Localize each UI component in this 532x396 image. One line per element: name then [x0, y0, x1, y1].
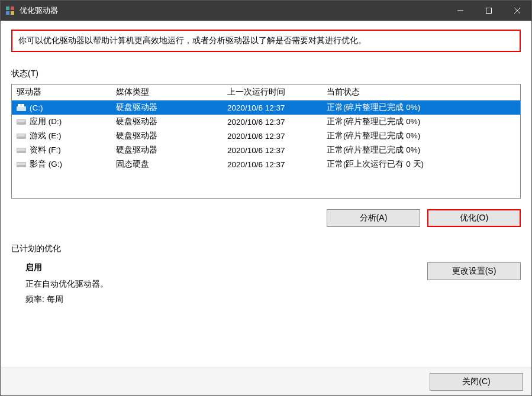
schedule-enabled-label: 启用 — [25, 262, 108, 273]
column-header-status[interactable]: 当前状态 — [322, 85, 520, 100]
drive-media: 硬盘驱动器 — [111, 115, 223, 128]
footer: 关闭(C) — [1, 368, 531, 395]
column-header-last-run[interactable]: 上一次运行时间 — [223, 85, 322, 100]
svg-point-19 — [24, 151, 25, 152]
window-title: 优化驱动器 — [20, 5, 446, 16]
schedule-section: 已计划的优化 启用 正在自动优化驱动器。 频率: 每周 更改设置(S) — [11, 244, 521, 310]
svg-rect-12 — [17, 120, 25, 122]
drive-status: 正常(距上次运行已有 0 天) — [322, 158, 520, 171]
action-buttons: 分析(A) 优化(O) — [11, 209, 521, 227]
drives-panel: 驱动器 媒体类型 上一次运行时间 当前状态 (C:)硬盘驱动器2020/10/6… — [11, 84, 521, 199]
drive-last-run: 2020/10/6 12:37 — [223, 131, 322, 142]
drive-media: 硬盘驱动器 — [111, 101, 223, 114]
column-header-media[interactable]: 媒体类型 — [111, 85, 223, 100]
drive-row[interactable]: (C:)硬盘驱动器2020/10/6 12:37正常(碎片整理已完成 0%) — [12, 100, 520, 115]
drive-last-run: 2020/10/6 12:37 — [223, 102, 322, 113]
window-controls — [446, 1, 531, 21]
schedule-status-text: 正在自动优化驱动器。 — [25, 279, 108, 290]
schedule-frequency-text: 频率: 每周 — [25, 294, 108, 305]
drive-status: 正常(碎片整理已完成 0%) — [322, 129, 520, 142]
close-dialog-button[interactable]: 关闭(C) — [430, 373, 523, 391]
minimize-button[interactable] — [446, 1, 475, 21]
drive-media: 硬盘驱动器 — [111, 144, 223, 157]
drives-list: (C:)硬盘驱动器2020/10/6 12:37正常(碎片整理已完成 0%)应用… — [12, 100, 520, 198]
drive-status: 正常(碎片整理已完成 0%) — [322, 115, 520, 128]
drive-row[interactable]: 应用 (D:)硬盘驱动器2020/10/6 12:37正常(碎片整理已完成 0%… — [12, 115, 520, 129]
schedule-title: 已计划的优化 — [11, 244, 521, 254]
svg-rect-0 — [6, 7, 9, 10]
svg-rect-3 — [11, 11, 14, 15]
svg-rect-9 — [18, 104, 21, 107]
maximize-button[interactable] — [475, 1, 503, 21]
analyze-button[interactable]: 分析(A) — [327, 209, 420, 227]
status-label: 状态(T) — [11, 69, 521, 79]
drive-name: 资料 (F:) — [30, 145, 61, 155]
svg-rect-18 — [17, 148, 25, 151]
drive-icon — [17, 161, 26, 168]
drive-last-run: 2020/10/6 12:37 — [223, 159, 322, 170]
optimize-drives-window: 优化驱动器 你可以优化驱动器以帮助计算机更高效地运行，或者分析驱动器以了解是否需… — [0, 0, 532, 396]
drive-last-run: 2020/10/6 12:37 — [223, 145, 322, 156]
content-area: 你可以优化驱动器以帮助计算机更高效地运行，或者分析驱动器以了解是否需要对其进行优… — [1, 21, 531, 368]
drive-row[interactable]: 游戏 (E:)硬盘驱动器2020/10/6 12:37正常(碎片整理已完成 0%… — [12, 129, 520, 143]
svg-rect-2 — [6, 11, 9, 15]
titlebar: 优化驱动器 — [1, 1, 531, 21]
drive-icon — [17, 118, 26, 125]
drive-icon — [17, 104, 26, 111]
svg-rect-10 — [21, 104, 24, 107]
svg-point-22 — [24, 165, 25, 167]
column-header-drive[interactable]: 驱动器 — [12, 85, 111, 100]
schedule-info: 启用 正在自动优化驱动器。 频率: 每周 — [11, 262, 108, 310]
svg-rect-15 — [17, 134, 25, 137]
svg-rect-5 — [486, 8, 492, 14]
change-settings-button[interactable]: 更改设置(S) — [427, 262, 521, 280]
drives-header: 驱动器 媒体类型 上一次运行时间 当前状态 — [12, 85, 520, 100]
drive-status: 正常(碎片整理已完成 0%) — [322, 144, 520, 157]
drive-row[interactable]: 影音 (G:)固态硬盘2020/10/6 12:37正常(距上次运行已有 0 天… — [12, 157, 520, 171]
drive-name: 应用 (D:) — [30, 116, 62, 127]
drive-row[interactable]: 资料 (F:)硬盘驱动器2020/10/6 12:37正常(碎片整理已完成 0%… — [12, 143, 520, 157]
description: 你可以优化驱动器以帮助计算机更高效地运行，或者分析驱动器以了解是否需要对其进行优… — [11, 30, 521, 52]
drive-name: (C:) — [30, 103, 43, 112]
drive-icon — [17, 132, 26, 139]
svg-rect-8 — [17, 106, 26, 111]
drive-media: 硬盘驱动器 — [111, 129, 223, 142]
svg-rect-1 — [11, 7, 14, 10]
svg-point-13 — [24, 123, 25, 124]
drive-name: 影音 (G:) — [30, 159, 62, 170]
svg-point-16 — [24, 137, 25, 138]
svg-rect-21 — [17, 163, 25, 165]
optimize-button[interactable]: 优化(O) — [427, 209, 521, 227]
drive-name: 游戏 (E:) — [30, 131, 62, 141]
drive-media: 固态硬盘 — [111, 158, 223, 171]
close-button[interactable] — [503, 1, 531, 21]
drive-status: 正常(碎片整理已完成 0%) — [322, 101, 520, 114]
app-icon — [5, 6, 15, 15]
drive-icon — [17, 147, 26, 154]
drive-last-run: 2020/10/6 12:37 — [223, 116, 322, 128]
